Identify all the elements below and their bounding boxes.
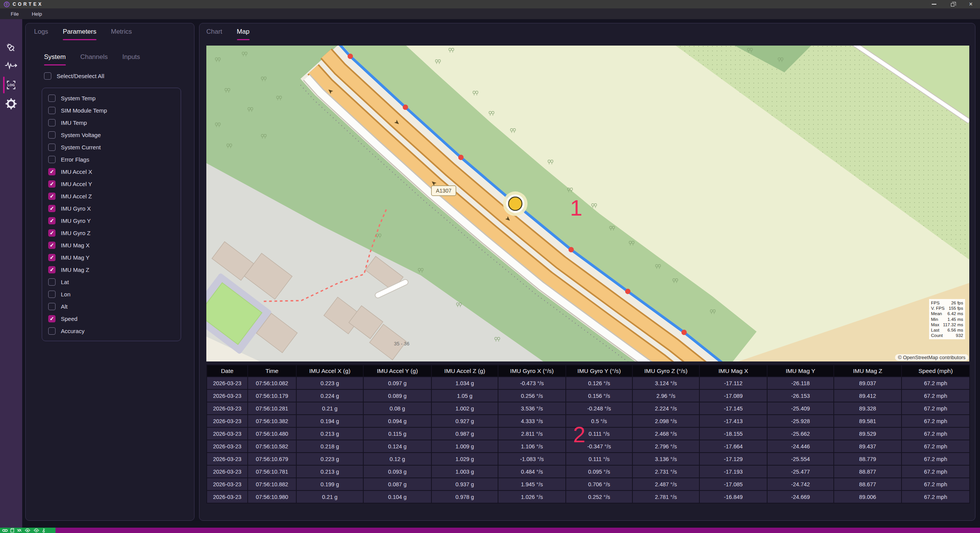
column-header[interactable]: IMU Accel Y (g): [363, 365, 431, 377]
rail-item-logs[interactable]: LOG: [0, 76, 22, 94]
menu-help[interactable]: Help: [27, 10, 47, 18]
parameter-row[interactable]: System Temp: [42, 92, 181, 104]
parameter-row[interactable]: Speed: [42, 312, 181, 325]
checkbox-accuracy[interactable]: [48, 327, 56, 335]
parameter-row[interactable]: IMU Gyro Z: [42, 227, 181, 239]
parameter-label: IMU Accel Z: [61, 193, 92, 199]
checkbox-speed[interactable]: [48, 315, 56, 322]
parameter-row[interactable]: IMU Mag Y: [42, 251, 181, 263]
tab-metrics[interactable]: Metrics: [111, 28, 132, 44]
table-row[interactable]: 2026-03-2307:56:10.1790.224 g0.089 g1.05…: [207, 389, 970, 402]
rail-item-settings[interactable]: [0, 95, 22, 113]
checkbox-imu-gyro-z[interactable]: [48, 229, 56, 237]
column-header[interactable]: IMU Mag Z: [834, 365, 902, 377]
checkbox-imu-mag-y[interactable]: [48, 254, 56, 261]
table-row[interactable]: 2026-03-2307:56:10.8820.199 g0.087 g0.93…: [207, 478, 970, 490]
svg-text:V: V: [36, 529, 38, 532]
road-shield-label: A1307: [436, 188, 452, 194]
table-row[interactable]: 2026-03-2307:56:10.9800.21 g0.104 g0.978…: [207, 490, 970, 503]
column-header[interactable]: IMU Mag X: [699, 365, 767, 377]
parameter-label: IMU Gyro Z: [61, 230, 91, 236]
parameter-row[interactable]: Alt: [42, 300, 181, 312]
checkbox-imu-mag-x[interactable]: [48, 242, 56, 249]
rail-item-connection[interactable]: [0, 39, 22, 57]
parameter-row[interactable]: IMU Temp: [42, 116, 181, 129]
parameter-row[interactable]: IMU Accel X: [42, 165, 181, 178]
table-row[interactable]: 2026-03-2307:56:10.0820.223 g0.097 g1.03…: [207, 377, 970, 389]
parameter-row[interactable]: IMU Gyro Y: [42, 214, 181, 227]
parameter-label: Lat: [61, 279, 69, 285]
checkbox-imu-gyro-x[interactable]: [48, 205, 56, 212]
checkbox-imu-mag-z[interactable]: [48, 266, 56, 273]
checkbox-imu-temp[interactable]: [48, 119, 56, 126]
checkbox-imu-gyro-y[interactable]: [48, 217, 56, 224]
parameter-row[interactable]: System Voltage: [42, 129, 181, 141]
column-header[interactable]: IMU Accel X (g): [296, 365, 363, 377]
column-header[interactable]: IMU Gyro Z (°/s): [632, 365, 699, 377]
checkbox-system-temp[interactable]: [48, 95, 56, 102]
table-row[interactable]: 2026-03-2307:56:10.5820.218 g0.124 g1.00…: [207, 440, 970, 453]
parameter-label: IMU Temp: [61, 119, 87, 126]
checkbox-error-flags[interactable]: [48, 156, 56, 163]
table-row[interactable]: 2026-03-2307:56:10.4800.213 g0.115 g0.98…: [207, 427, 970, 440]
minimize-button[interactable]: [930, 0, 938, 8]
table-row[interactable]: 2026-03-2307:56:10.7810.213 g0.093 g1.00…: [207, 465, 970, 478]
restore-button[interactable]: [949, 0, 956, 8]
table-row[interactable]: 2026-03-2307:56:10.3820.194 g0.094 g0.92…: [207, 415, 970, 427]
app-window: CORTEX × File Help: [0, 0, 980, 533]
checkbox-imu-accel-y[interactable]: [48, 180, 56, 188]
parameter-row[interactable]: IMU Mag Z: [42, 263, 181, 276]
select-all-checkbox[interactable]: [44, 72, 51, 80]
parameter-row[interactable]: Lat: [42, 276, 181, 288]
checkbox-system-current[interactable]: [48, 144, 56, 151]
fps-overlay: FPS26 fpsV. FPS155 fpsMean6.42 msMin1.45…: [929, 299, 965, 339]
tab-logs[interactable]: Logs: [34, 28, 48, 44]
parameter-row[interactable]: SIM Module Temp: [42, 104, 181, 116]
checkbox-lon[interactable]: [48, 291, 56, 298]
parameter-row[interactable]: IMU Accel Z: [42, 190, 181, 202]
parameter-row[interactable]: IMU Gyro X: [42, 202, 181, 214]
satellite-icon: [17, 528, 22, 533]
checkbox-imu-accel-z[interactable]: [48, 193, 56, 200]
status-ok-segment: A V: [0, 528, 56, 533]
voltmeter-icon: V: [33, 528, 39, 533]
select-all-label: Select/Deselect All: [57, 73, 104, 79]
checkbox-system-voltage[interactable]: [48, 131, 56, 139]
column-header[interactable]: IMU Accel Z (g): [431, 365, 498, 377]
map-panel: Chart Map: [199, 23, 975, 521]
rail-item-signal[interactable]: [0, 57, 22, 74]
subtab-channels[interactable]: Channels: [80, 53, 108, 69]
parameter-row[interactable]: IMU Accel Y: [42, 178, 181, 190]
column-header[interactable]: Time: [248, 365, 296, 377]
column-header[interactable]: Speed (mph): [902, 365, 970, 377]
menu-file[interactable]: File: [6, 10, 23, 18]
column-header[interactable]: IMU Gyro X (°/s): [498, 365, 566, 377]
map-view[interactable]: A1307 35 - 36 1 FPS26 fpsV. FPS155 fpsMe…: [206, 46, 969, 361]
subtab-system[interactable]: System: [44, 53, 66, 69]
parameter-row[interactable]: Lon: [42, 288, 181, 300]
tab-map[interactable]: Map: [237, 28, 250, 44]
table-body: 2026-03-2307:56:10.0820.223 g0.097 g1.03…: [207, 377, 970, 503]
position-marker[interactable]: [503, 191, 528, 216]
table-row[interactable]: 2026-03-2307:56:10.2810.21 g0.08 g1.002 …: [207, 402, 970, 415]
parameter-row[interactable]: Accuracy: [42, 325, 181, 337]
checkbox-alt[interactable]: [48, 303, 56, 310]
close-icon: ×: [969, 1, 972, 7]
checkbox-sim-module-temp[interactable]: [48, 107, 56, 114]
parameter-row[interactable]: System Current: [42, 141, 181, 153]
table-row[interactable]: 2026-03-2307:56:10.6790.223 g0.12 g1.029…: [207, 453, 970, 465]
checkbox-lat[interactable]: [48, 278, 56, 286]
close-button[interactable]: ×: [967, 0, 975, 8]
column-header[interactable]: IMU Mag Y: [767, 365, 834, 377]
parameter-row[interactable]: Error Flags: [42, 153, 181, 165]
road-shield: A1307: [431, 186, 456, 196]
parameter-row[interactable]: IMU Mag X: [42, 239, 181, 251]
parameter-label: System Temp: [61, 95, 96, 101]
tab-chart[interactable]: Chart: [206, 28, 222, 44]
parameter-label: System Voltage: [61, 132, 101, 138]
subtab-inputs[interactable]: Inputs: [122, 53, 140, 69]
column-header[interactable]: IMU Gyro Y (°/s): [566, 365, 632, 377]
column-header[interactable]: Date: [207, 365, 248, 377]
checkbox-imu-accel-x[interactable]: [48, 168, 56, 175]
tab-parameters[interactable]: Parameters: [63, 28, 96, 44]
